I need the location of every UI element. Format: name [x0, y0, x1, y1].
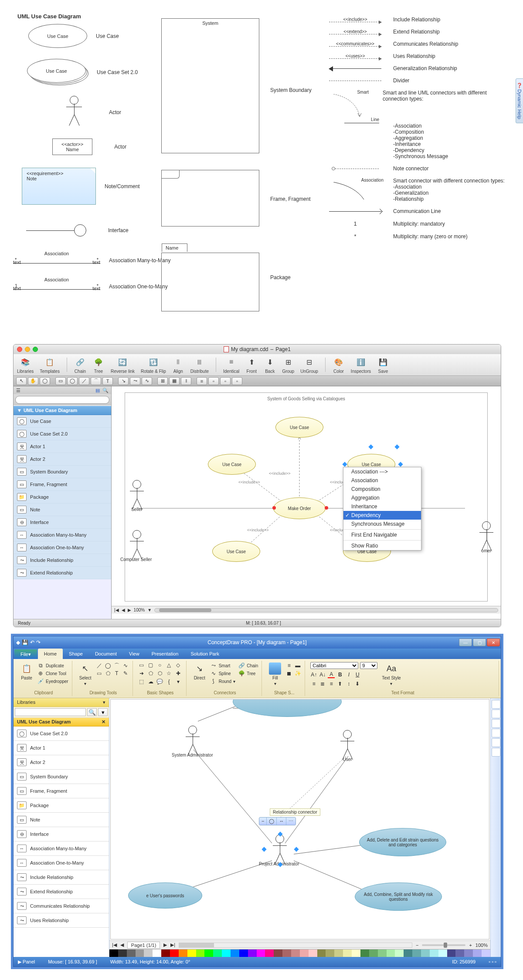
page-prev-icon[interactable]: ◀ — [120, 942, 124, 948]
color-swatch[interactable] — [265, 950, 274, 957]
font-size-select[interactable]: 9 — [360, 662, 377, 669]
tool-arc-icon[interactable]: ⌒ — [113, 662, 120, 669]
color-swatch[interactable] — [231, 950, 239, 957]
shape-star-icon[interactable]: ☆ — [166, 670, 173, 677]
color-button[interactable]: 🎨Color — [333, 356, 345, 374]
sidebar-item-include-relationship[interactable]: ⤳Include Relationship — [14, 870, 109, 885]
tool-layers[interactable]: ≡ — [197, 377, 207, 385]
tool-line-icon[interactable]: ／ — [96, 662, 103, 669]
color-swatch[interactable] — [153, 950, 161, 957]
color-swatch[interactable] — [291, 950, 300, 957]
tool-hand[interactable]: ✋ — [28, 377, 38, 385]
chain-button[interactable]: 🔗Chain — [74, 356, 86, 374]
use-case-top[interactable]: Use Case — [275, 417, 323, 438]
sidebar-item-use-case-set-2-0[interactable]: ◯Use Case Set 2.0 — [14, 727, 109, 741]
file-menu-button[interactable]: File ▾ — [14, 649, 37, 659]
use-case-left[interactable]: Use Case — [208, 454, 256, 475]
clone-button[interactable]: ⊕Clone Tool — [37, 669, 68, 677]
color-swatch[interactable] — [343, 950, 352, 957]
color-swatch[interactable] — [360, 950, 369, 957]
sidebar-item-association-many-to-many[interactable]: ↔Association Many-to-Many — [14, 529, 111, 541]
status-layout-icons[interactable]: ▫ ▫ ▫ — [489, 959, 496, 964]
mini-btn-4[interactable]: ⋯ — [286, 818, 295, 825]
sidebar-category-header[interactable]: UML Use Case Diagram✕ — [14, 718, 109, 727]
mac-canvas[interactable]: System of Goods Selling via Catalogues U… — [112, 386, 501, 619]
reverse-link-button[interactable]: 🔄Reverse link — [111, 356, 135, 374]
color-swatch[interactable] — [395, 950, 404, 957]
shape-cloud-icon[interactable]: ☁ — [147, 678, 154, 685]
sidebar-item-frame-fragment[interactable]: ▭Frame, Fragment — [14, 784, 109, 798]
use-case-strain[interactable]: Add, Delete and Edit strain questions an… — [359, 828, 446, 856]
color-swatch[interactable] — [136, 950, 144, 957]
direct-connector-button[interactable]: ↘Direct — [192, 662, 207, 681]
qat-redo-icon[interactable]: ↷ — [36, 639, 41, 645]
color-swatch[interactable] — [482, 950, 490, 957]
color-swatch[interactable] — [282, 950, 291, 957]
distribute-button[interactable]: ⫼Distribute — [190, 356, 209, 374]
tool-spline[interactable]: ∿ — [142, 377, 152, 385]
tool-line[interactable]: ／ — [79, 377, 89, 385]
font-color-icon[interactable]: A — [328, 671, 335, 678]
ctx-first-end-navigable[interactable]: First End Navigable — [343, 531, 421, 539]
sidebar-item-note[interactable]: ▭Note — [14, 504, 111, 516]
shape-more-icon[interactable]: ▾ — [175, 678, 182, 685]
sidebar-search-button[interactable]: 🔍 — [87, 708, 97, 716]
color-swatch[interactable] — [455, 950, 464, 957]
mini-btn-1[interactable]: − — [259, 818, 267, 825]
align-right-icon[interactable]: ≡ — [328, 680, 335, 687]
valign-top-icon[interactable]: ⬆ — [336, 680, 343, 687]
color-swatch[interactable] — [473, 950, 482, 957]
rt-btn-2[interactable] — [492, 710, 500, 718]
actor-user[interactable]: User — [340, 730, 355, 762]
color-swatch[interactable] — [161, 950, 170, 957]
rt-btn-6[interactable] — [492, 748, 500, 757]
color-swatch[interactable] — [438, 950, 447, 957]
color-swatch[interactable] — [464, 950, 473, 957]
valign-mid-icon[interactable]: ↕ — [345, 680, 352, 687]
mini-toolbar[interactable]: − ◯ ↔ ⋯ — [259, 817, 296, 825]
paste-button[interactable]: 📋Paste — [19, 662, 34, 681]
color-swatch[interactable] — [239, 950, 248, 957]
line-style-icon[interactable]: ≡ — [285, 662, 292, 669]
sidebar-item-communicates-relationship[interactable]: ⤳Communicates Relationship — [14, 899, 109, 913]
rt-btn-4[interactable] — [492, 729, 500, 737]
shape-brace-icon[interactable]: { — [166, 678, 173, 685]
shape-tri-icon[interactable]: △ — [166, 662, 173, 669]
sidebar-item-interface[interactable]: ⊖Interface — [14, 827, 109, 841]
shape-diamond-icon[interactable]: ◇ — [175, 662, 182, 669]
color-swatch[interactable] — [170, 950, 179, 957]
ctx-synchronous-message[interactable]: Synchronous Message — [343, 520, 421, 528]
line-weight-icon[interactable]: ▬ — [294, 662, 301, 669]
shape-pent-icon[interactable]: ⬠ — [147, 670, 154, 677]
use-case-center[interactable]: Make Order — [273, 497, 326, 519]
minimize-button[interactable]: — — [459, 639, 472, 646]
sidebar-item-association-one-to-many[interactable]: ↔Association One-to-Many — [14, 856, 109, 870]
sidebar-item-package[interactable]: 📁Package — [14, 798, 109, 813]
sidebar-item-actor-2[interactable]: 웃Actor 2 — [14, 453, 111, 466]
tab-solution-park[interactable]: Solution Park — [184, 649, 225, 659]
rt-btn-1[interactable] — [492, 700, 500, 709]
rotate-flip-button[interactable]: 🔃Rotate & Flip — [141, 356, 166, 374]
text-style-button[interactable]: AaText Style▾ — [380, 662, 402, 687]
zoom-in-icon[interactable]: + — [469, 943, 472, 948]
color-swatch[interactable] — [412, 950, 421, 957]
sidebar-item-use-case-set-2-0[interactable]: ◯Use Case Set 2.0 — [14, 428, 111, 440]
color-swatch[interactable] — [387, 950, 395, 957]
zoom-out-icon[interactable]: − — [416, 943, 418, 948]
shape-hex-icon[interactable]: ⬡ — [156, 670, 163, 677]
tab-view[interactable]: View — [123, 649, 146, 659]
templates-button[interactable]: 📋Templates — [40, 356, 60, 374]
close-button[interactable] — [17, 347, 22, 352]
rt-btn-3[interactable] — [492, 719, 500, 728]
shape-arrow-icon[interactable]: ➜ — [138, 670, 145, 677]
color-swatch[interactable] — [430, 950, 438, 957]
sidebar-item-association-one-to-many[interactable]: ↔Association One-to-Many — [14, 541, 111, 554]
back-button[interactable]: ⬇Back — [264, 356, 276, 374]
color-swatch[interactable] — [187, 950, 196, 957]
actor-seller[interactable]: Seller — [129, 480, 145, 512]
italic-icon[interactable]: I — [345, 671, 352, 678]
qat-undo-icon[interactable]: ↶ — [30, 639, 34, 645]
page-indicator[interactable]: Page1 (1/1) — [127, 942, 160, 949]
tree-button[interactable]: 🌳Tree — [238, 669, 258, 677]
duplicate-button[interactable]: ⧉Duplicate — [37, 662, 68, 669]
